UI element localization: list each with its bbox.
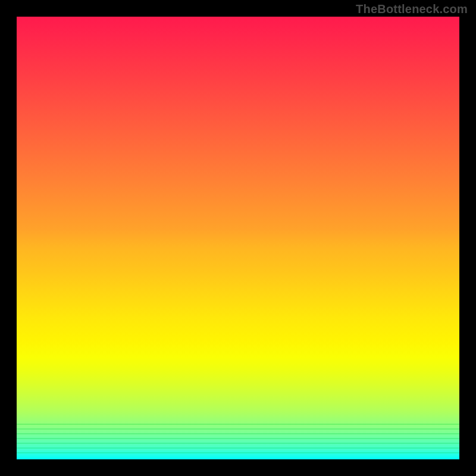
- grid-band: [17, 424, 459, 425]
- plot-area: [17, 17, 459, 459]
- watermark-label: TheBottleneck.com: [356, 2, 468, 16]
- grid-band: [17, 428, 459, 430]
- grid-band: [17, 443, 459, 444]
- grid-band: [17, 438, 459, 439]
- background-gradient: [17, 17, 459, 459]
- grid-band: [17, 452, 459, 453]
- grid-band: [17, 433, 459, 434]
- grid-band: [17, 447, 459, 449]
- chart-frame: TheBottleneck.com: [0, 0, 476, 476]
